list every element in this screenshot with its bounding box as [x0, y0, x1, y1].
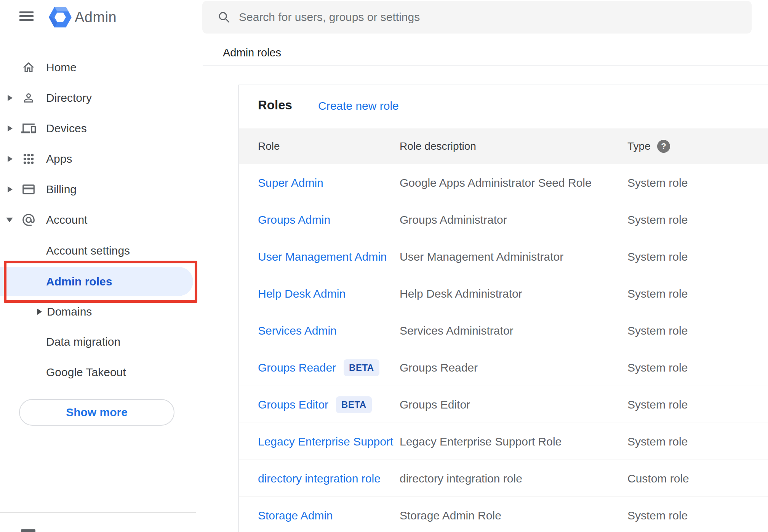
role-type: System role: [627, 423, 688, 460]
role-link[interactable]: Services Admin: [258, 324, 337, 337]
role-description: Help Desk Administrator: [400, 275, 522, 312]
sidebar-item-home[interactable]: Home: [0, 52, 196, 83]
sidebar-item-account[interactable]: Account: [0, 205, 196, 235]
beta-badge: BETA: [336, 396, 372, 413]
table-row: Help Desk Admin Help Desk Administrator …: [239, 275, 768, 312]
table-row: Groups Reader BETA Groups Reader System …: [239, 349, 768, 386]
sidebar-item-devices[interactable]: Devices: [0, 113, 196, 144]
sidebar-divider: [0, 512, 196, 513]
table-row: Groups Admin Groups Administrator System…: [239, 201, 768, 238]
expand-right-icon[interactable]: [8, 95, 13, 101]
person-icon: [21, 91, 36, 105]
sidebar-item-apps[interactable]: Apps: [0, 144, 196, 174]
breadcrumb: Admin roles: [223, 46, 281, 59]
show-more-button[interactable]: Show more: [19, 399, 174, 426]
app-title: Admin: [75, 9, 117, 26]
role-description: User Management Administrator: [400, 238, 563, 275]
menu-hamburger-icon[interactable]: [19, 11, 34, 21]
role-link[interactable]: Help Desk Admin: [258, 287, 346, 300]
column-type: Type: [627, 128, 651, 164]
role-type: Custom role: [627, 460, 689, 497]
role-link[interactable]: Super Admin: [258, 176, 323, 189]
role-link[interactable]: Legacy Enterprise Support: [258, 435, 393, 448]
sidebar-item-google-takeout[interactable]: Google Takeout: [0, 357, 196, 388]
beta-badge: BETA: [344, 359, 379, 376]
role-link[interactable]: Groups Admin: [258, 213, 330, 226]
role-description: Services Administrator: [400, 312, 513, 349]
role-link[interactable]: User Management Admin: [258, 250, 387, 263]
role-type: System role: [627, 238, 688, 275]
roles-title: Roles: [258, 98, 292, 112]
sidebar-item-data-migration[interactable]: Data migration: [0, 327, 196, 357]
sidebar-item-account-settings[interactable]: Account settings: [0, 236, 196, 266]
table-row: directory integration role directory int…: [239, 460, 768, 497]
role-type: System role: [627, 275, 688, 312]
expand-right-icon[interactable]: [8, 156, 13, 162]
home-icon: [21, 60, 36, 75]
role-description: directory integration role: [400, 460, 522, 497]
role-link[interactable]: Storage Admin: [258, 509, 333, 522]
roles-table-body: Super Admin Google Apps Administrator Se…: [239, 164, 768, 532]
role-description: Groups Administrator: [400, 201, 507, 238]
header-divider: [203, 65, 768, 66]
role-link[interactable]: Groups Editor: [258, 398, 328, 411]
role-description: Groups Reader: [400, 349, 478, 386]
admin-logo-icon: [49, 6, 72, 28]
table-row: Super Admin Google Apps Administrator Se…: [239, 164, 768, 201]
search-input[interactable]: [239, 11, 696, 24]
search-icon: [218, 11, 230, 24]
table-row: Legacy Enterprise Support Legacy Enterpr…: [239, 423, 768, 460]
role-description: Storage Admin Role: [400, 497, 501, 532]
table-row: Services Admin Services Administrator Sy…: [239, 312, 768, 349]
column-role-description: Role description: [400, 128, 476, 164]
expand-right-icon[interactable]: [8, 186, 13, 192]
roles-card: Roles Create new role Role Role descript…: [238, 85, 768, 532]
expand-down-icon[interactable]: [6, 218, 13, 222]
role-description: Legacy Enterprise Support Role: [400, 423, 562, 460]
role-type: System role: [627, 201, 688, 238]
role-type: System role: [627, 386, 688, 423]
credit-card-icon: [21, 182, 36, 197]
expand-right-icon[interactable]: [37, 309, 42, 315]
apps-grid-icon: [21, 152, 36, 166]
sidebar-item-admin-roles[interactable]: Admin roles: [0, 267, 193, 296]
table-row: Groups Editor BETA Groups Editor System …: [239, 386, 768, 423]
table-row: User Management Admin User Management Ad…: [239, 238, 768, 275]
role-type: System role: [627, 349, 688, 386]
role-link[interactable]: Groups Reader: [258, 361, 336, 374]
role-type: System role: [627, 312, 688, 349]
role-description: Google Apps Administrator Seed Role: [400, 164, 592, 201]
sidebar-item-billing[interactable]: Billing: [0, 174, 196, 205]
column-role: Role: [258, 128, 280, 164]
create-new-role-link[interactable]: Create new role: [318, 99, 399, 112]
sidebar-item-directory[interactable]: Directory: [0, 83, 196, 113]
table-row: Storage Admin Storage Admin Role System …: [239, 497, 768, 532]
at-sign-icon: [21, 213, 36, 227]
expand-right-icon[interactable]: [8, 125, 13, 131]
role-type: System role: [627, 164, 688, 201]
table-header: Role Role description Type ?: [239, 128, 768, 164]
search-bar[interactable]: [202, 1, 752, 34]
role-type: System role: [627, 497, 688, 532]
role-description: Groups Editor: [400, 386, 470, 423]
devices-icon: [21, 121, 36, 136]
partial-sidebar-icon: [21, 529, 35, 532]
role-link[interactable]: directory integration role: [258, 472, 381, 485]
sidebar-item-domains[interactable]: Domains: [0, 296, 196, 327]
help-icon[interactable]: ?: [657, 140, 670, 153]
